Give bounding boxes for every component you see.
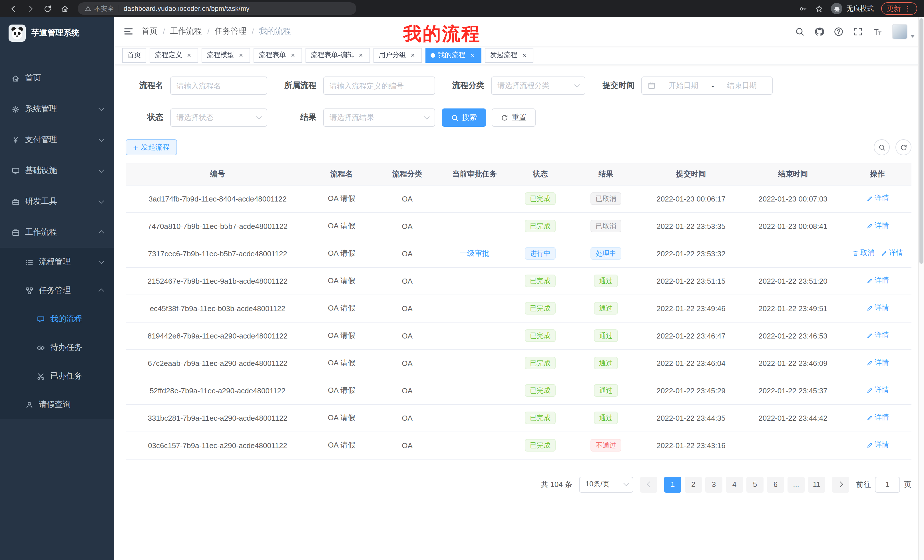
page-button-4[interactable]: 4: [726, 476, 743, 493]
detail-link[interactable]: 详情: [866, 413, 889, 423]
sidebar-item-my-process[interactable]: 我的流程: [0, 305, 114, 333]
close-icon[interactable]: ×: [409, 51, 417, 59]
browser-home-button[interactable]: [58, 2, 71, 15]
more-pages-button[interactable]: ...: [788, 476, 805, 493]
address-bar[interactable]: 不安全 dashboard.yudao.iocoder.cn/bpm/task/…: [78, 2, 356, 15]
sidebar-item-workflow[interactable]: 工作流程: [0, 217, 114, 248]
github-icon[interactable]: [814, 27, 824, 36]
sidebar-item-home[interactable]: 首页: [0, 63, 114, 94]
tab-process-definition[interactable]: 流程定义×: [150, 48, 198, 63]
fullscreen-icon[interactable]: [853, 27, 863, 36]
action-label: 详情: [874, 358, 889, 368]
detail-link[interactable]: 详情: [866, 194, 889, 204]
result-select[interactable]: 请选择流结果: [323, 108, 435, 127]
tab-my-process[interactable]: 我的流程×: [426, 48, 482, 63]
submit-time-range-picker[interactable]: 开始日期 - 结束日期: [641, 76, 772, 95]
page-button-1[interactable]: 1: [664, 476, 681, 493]
search-button[interactable]: 搜索: [442, 108, 486, 127]
tab-create-process[interactable]: 发起流程×: [485, 48, 533, 63]
tab-process-form-edit[interactable]: 流程表单-编辑×: [306, 48, 370, 63]
chevron-down-icon: [424, 114, 430, 119]
browser-forward-button[interactable]: [23, 2, 37, 15]
status-select[interactable]: 请选择状态: [170, 108, 267, 127]
user-menu[interactable]: [892, 24, 915, 39]
sidebar-item-leave-query[interactable]: 请假查询: [0, 391, 114, 419]
close-icon[interactable]: ×: [185, 51, 193, 59]
cancel-link[interactable]: 取消: [852, 249, 874, 258]
process-definition-input[interactable]: [330, 81, 429, 90]
sidebar-item-todo-task[interactable]: 待办任务: [0, 333, 114, 362]
breadcrumb-item[interactable]: 首页: [142, 26, 158, 36]
sidebar-item-done-task[interactable]: 已办任务: [0, 362, 114, 391]
close-icon[interactable]: ×: [357, 51, 365, 59]
edit-icon: [866, 415, 873, 421]
yen-icon: [11, 136, 20, 144]
column-header: 状态: [508, 163, 572, 185]
page-scrollbar[interactable]: [918, 17, 924, 560]
breadcrumb-item[interactable]: 任务管理: [215, 26, 247, 36]
sidebar-item-process-manage[interactable]: 流程管理: [0, 248, 114, 276]
bookmark-star-icon[interactable]: [815, 4, 824, 13]
close-icon[interactable]: ×: [289, 51, 297, 59]
detail-link[interactable]: 详情: [866, 276, 889, 286]
sidebar-item-devtools[interactable]: 研发工具: [0, 186, 114, 217]
tab-label: 流程模型: [207, 50, 234, 60]
sidebar-item-system[interactable]: 系统管理: [0, 94, 114, 124]
sidebar-item-task-manage[interactable]: 任务管理: [0, 276, 114, 305]
font-size-icon[interactable]: [873, 27, 882, 36]
status-badge: 已完成: [525, 439, 556, 452]
hamburger-button[interactable]: [123, 26, 134, 36]
page-button-5[interactable]: 5: [746, 476, 764, 493]
browser-update-button[interactable]: 更新: [881, 2, 917, 15]
category-select[interactable]: 请选择流程分类: [491, 76, 585, 95]
password-key-icon[interactable]: [799, 4, 807, 13]
tab-process-form[interactable]: 流程表单×: [254, 48, 302, 63]
help-icon[interactable]: [834, 27, 843, 36]
show-search-button[interactable]: [874, 139, 890, 155]
process-name-input[interactable]: [177, 81, 261, 90]
detail-link[interactable]: 详情: [866, 358, 889, 368]
detail-link[interactable]: 详情: [866, 440, 889, 450]
cell-actions: 详情: [843, 267, 911, 295]
close-icon[interactable]: ×: [520, 51, 528, 59]
column-header: 操作: [843, 163, 911, 185]
detail-link[interactable]: 详情: [866, 386, 889, 395]
page-size-select[interactable]: 10条/页: [579, 476, 633, 493]
browser-reload-button[interactable]: [40, 2, 54, 15]
search-icon[interactable]: [795, 27, 805, 36]
logo[interactable]: 芋道管理系统: [0, 17, 114, 49]
sidebar-item-infrastructure[interactable]: 基础设施: [0, 155, 114, 186]
refresh-table-button[interactable]: [896, 139, 911, 155]
create-process-button[interactable]: + 发起流程: [126, 139, 177, 155]
detail-link[interactable]: 详情: [866, 221, 889, 231]
next-page-button[interactable]: [832, 476, 849, 493]
page-button-11[interactable]: 11: [808, 476, 825, 493]
security-warning[interactable]: 不安全: [84, 4, 114, 13]
tab-user-group[interactable]: 用户分组×: [374, 48, 422, 63]
breadcrumb-item[interactable]: 工作流程: [170, 26, 202, 36]
edit-icon: [866, 442, 873, 449]
table-row: 52ffd28e-7b9a-11ec-a290-acde48001122OA 请…: [126, 377, 911, 404]
scrollbar-thumb[interactable]: [920, 18, 923, 264]
detail-link[interactable]: 详情: [880, 249, 903, 258]
tab-process-model[interactable]: 流程模型×: [202, 48, 250, 63]
close-icon[interactable]: ×: [468, 51, 476, 59]
browser-back-button[interactable]: [6, 2, 20, 15]
sidebar-item-payment[interactable]: 支付管理: [0, 124, 114, 155]
tab-label: 发起流程: [490, 50, 518, 60]
cell-process-id: 67c2eaab-7b9a-11ec-a290-acde48001122: [126, 349, 309, 377]
status-badge: 已完成: [525, 357, 556, 369]
detail-link[interactable]: 详情: [866, 331, 889, 340]
action-label: 详情: [889, 249, 903, 258]
prev-page-button[interactable]: [640, 476, 657, 493]
page-button-3[interactable]: 3: [705, 476, 722, 493]
reset-button[interactable]: 重置: [492, 108, 536, 127]
page-button-2[interactable]: 2: [685, 476, 702, 493]
close-icon[interactable]: ×: [237, 51, 245, 59]
chevron-up-icon: [99, 231, 104, 236]
detail-link[interactable]: 详情: [866, 303, 889, 313]
goto-page-input[interactable]: [875, 476, 900, 493]
page-button-6[interactable]: 6: [767, 476, 784, 493]
current-task-link[interactable]: 一级审批: [460, 249, 489, 258]
tab-home[interactable]: 首页: [122, 48, 146, 63]
